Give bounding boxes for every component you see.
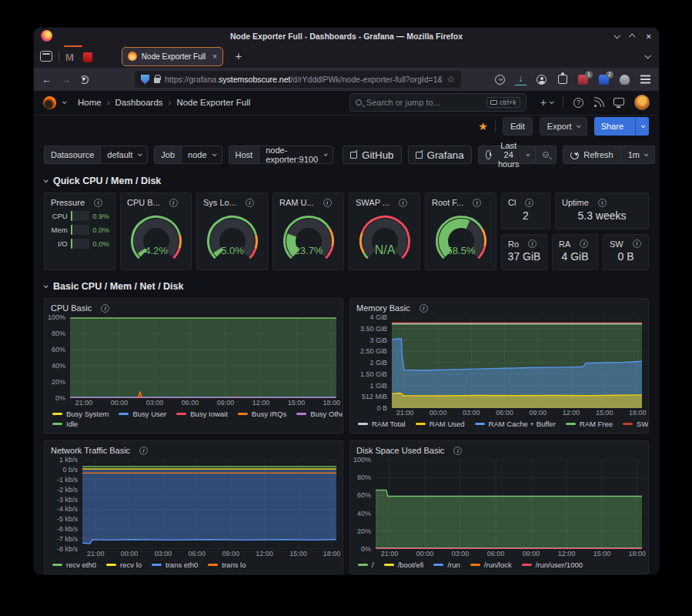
- legend-item[interactable]: Busy IRQs: [238, 410, 286, 418]
- tab-close-icon[interactable]: ×: [212, 52, 217, 61]
- legend-item[interactable]: Busy User: [119, 410, 166, 418]
- info-icon[interactable]: i: [399, 199, 407, 207]
- url-bar[interactable]: https://grafana.systemsobscure.net/d/rYd…: [135, 71, 461, 88]
- breadcrumb-home[interactable]: Home: [78, 98, 102, 107]
- section-quick-cpu-mem-disk[interactable]: Quick CPU / Mem / Disk: [44, 176, 649, 186]
- info-icon[interactable]: i: [598, 199, 607, 207]
- active-tab[interactable]: Node Exporter Full - Dashbo ×: [122, 47, 223, 66]
- grafana-logo-icon[interactable]: [43, 96, 56, 109]
- breadcrumb-dashboards[interactable]: Dashboards: [115, 98, 163, 107]
- share-dropdown-chevron-icon[interactable]: [635, 118, 649, 135]
- panel-title[interactable]: RAM U...: [279, 198, 314, 207]
- help-icon[interactable]: ?: [573, 98, 583, 108]
- user-avatar[interactable]: [634, 95, 650, 110]
- info-icon[interactable]: i: [169, 199, 178, 207]
- extension-3-icon[interactable]: [619, 74, 630, 85]
- info-icon[interactable]: i: [633, 239, 641, 248]
- section-basic-cpu-mem-net-disk[interactable]: Basic CPU / Mem / Net / Disk: [44, 281, 649, 292]
- close-window-button[interactable]: ×: [647, 32, 651, 41]
- panel-title[interactable]: Disk Space Used Basic: [356, 446, 444, 455]
- back-button[interactable]: ←: [42, 74, 52, 85]
- legend-item[interactable]: /boot/efi: [384, 561, 424, 569]
- legend-item[interactable]: Busy System: [52, 410, 109, 418]
- display-icon[interactable]: [613, 98, 624, 105]
- panel-title[interactable]: CPU B...: [127, 198, 160, 207]
- extension-2-icon[interactable]: 2: [598, 74, 610, 85]
- panel-title[interactable]: RA: [559, 239, 570, 249]
- legend-item[interactable]: /run/user/1000: [522, 561, 583, 569]
- refresh-button[interactable]: Refresh: [563, 146, 621, 164]
- info-icon[interactable]: i: [101, 304, 109, 313]
- legend-item[interactable]: trans eth0: [152, 561, 198, 569]
- legend-item[interactable]: /run/lock: [470, 561, 512, 569]
- datasource-select[interactable]: default: [100, 146, 148, 164]
- reload-button[interactable]: [80, 75, 89, 84]
- legend-item[interactable]: /run: [433, 561, 460, 569]
- forward-button[interactable]: →: [61, 74, 71, 85]
- host-select[interactable]: node-exporter:9100: [259, 146, 333, 164]
- legend-item[interactable]: RAM Used: [416, 420, 465, 428]
- panel-title[interactable]: Uptime: [562, 198, 589, 207]
- legend-item[interactable]: Idle: [52, 420, 78, 428]
- edit-button[interactable]: Edit: [503, 117, 533, 136]
- legend-item[interactable]: /: [358, 561, 374, 569]
- panel-title[interactable]: Ro: [508, 239, 519, 249]
- github-link-button[interactable]: GitHub: [343, 146, 401, 164]
- panel-title[interactable]: SW: [610, 239, 623, 249]
- maximize-button[interactable]: [629, 33, 635, 39]
- favorite-star-icon[interactable]: ★: [478, 120, 488, 132]
- info-icon[interactable]: i: [528, 239, 537, 248]
- minimize-button[interactable]: [613, 32, 620, 38]
- info-icon[interactable]: i: [453, 447, 462, 455]
- news-rss-icon[interactable]: [593, 98, 603, 108]
- legend-item[interactable]: recv lo: [106, 561, 142, 569]
- pinned-tab-gmail-icon[interactable]: M: [65, 52, 74, 63]
- pocket-icon[interactable]: [494, 74, 506, 85]
- grafana-link-button[interactable]: Grafana: [408, 146, 472, 164]
- account-icon[interactable]: [536, 74, 547, 85]
- export-button[interactable]: Export: [540, 117, 587, 136]
- refresh-interval-select[interactable]: 1m: [621, 146, 655, 164]
- share-button[interactable]: Share: [594, 117, 649, 136]
- legend-item[interactable]: RAM Cache + Buffer: [475, 420, 556, 428]
- info-icon[interactable]: i: [323, 199, 332, 207]
- add-button[interactable]: +: [540, 96, 553, 109]
- legend-item[interactable]: Busy Other: [296, 410, 343, 418]
- info-icon[interactable]: i: [580, 239, 588, 248]
- org-switcher-chevron-icon[interactable]: [62, 100, 67, 105]
- legend-item[interactable]: Busy Iowait: [176, 410, 228, 418]
- panel-title[interactable]: Cl: [508, 198, 516, 207]
- panel-title[interactable]: Memory Basic: [356, 303, 410, 313]
- legend-item[interactable]: trans lo: [208, 561, 246, 569]
- bookmark-star-icon[interactable]: ☆: [446, 74, 455, 85]
- info-icon[interactable]: i: [473, 199, 481, 207]
- legend-item[interactable]: SWAP Used: [623, 420, 649, 428]
- panel-title[interactable]: Pressure: [51, 198, 85, 207]
- panel-title[interactable]: CPU Basic: [51, 303, 92, 313]
- downloads-icon[interactable]: ↓: [515, 74, 527, 85]
- time-range-picker[interactable]: Last 24 hours: [478, 146, 537, 164]
- job-select[interactable]: node: [181, 146, 222, 164]
- legend-item[interactable]: RAM Free: [566, 420, 613, 428]
- new-tab-button[interactable]: +: [236, 50, 242, 62]
- zoom-out-button[interactable]: [536, 146, 557, 164]
- panel-title[interactable]: Network Traffic Basic: [51, 446, 130, 455]
- panel-title[interactable]: Root F...: [432, 198, 463, 207]
- firefox-view-icon[interactable]: [40, 51, 52, 62]
- info-icon[interactable]: i: [420, 304, 428, 313]
- info-icon[interactable]: i: [139, 447, 148, 455]
- extension-1-icon[interactable]: 1: [577, 74, 589, 85]
- info-icon[interactable]: i: [525, 199, 533, 207]
- menu-hamburger-icon[interactable]: [640, 74, 651, 85]
- tracking-shield-icon[interactable]: [141, 75, 149, 85]
- extensions-puzzle-icon[interactable]: [557, 74, 568, 85]
- legend-item[interactable]: RAM Total: [358, 420, 406, 428]
- info-icon[interactable]: i: [246, 199, 254, 207]
- pinned-tab-icon[interactable]: [83, 52, 92, 62]
- info-icon[interactable]: i: [94, 199, 102, 207]
- panel-title[interactable]: SWAP ...: [356, 198, 389, 207]
- tab-overflow-icon[interactable]: [644, 52, 650, 59]
- search-input[interactable]: Search or jump to... ctrl+k: [349, 93, 527, 112]
- lock-icon[interactable]: [154, 78, 160, 83]
- panel-title[interactable]: Sys Lo...: [203, 198, 236, 207]
